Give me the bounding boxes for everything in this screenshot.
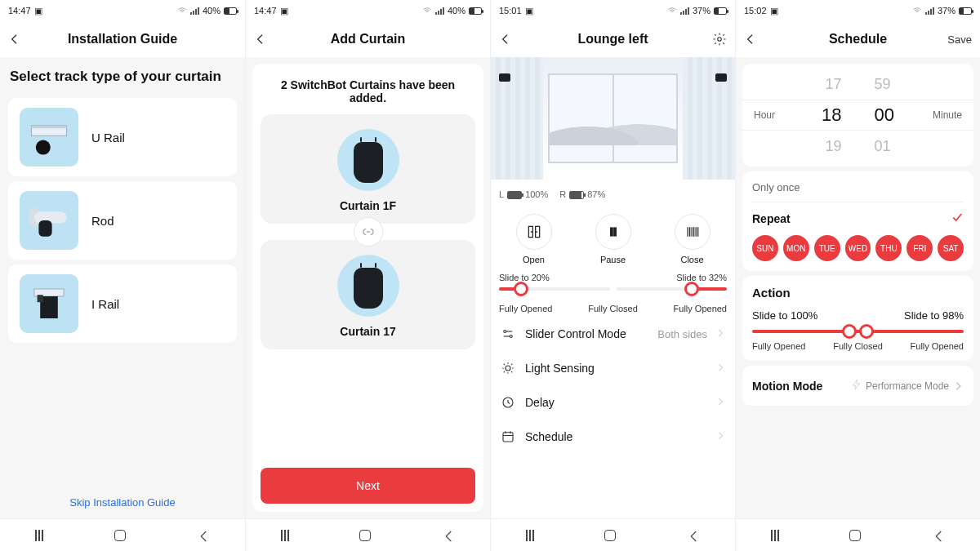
- chevron-right-icon: [952, 380, 964, 392]
- system-nav: [246, 518, 490, 551]
- nav-recents[interactable]: [281, 530, 289, 541]
- slider-left[interactable]: [499, 287, 610, 291]
- hour-prev[interactable]: 17: [825, 76, 841, 93]
- repeat-option[interactable]: Repeat: [752, 212, 791, 225]
- next-button[interactable]: Next: [261, 468, 475, 504]
- open-button[interactable]: Open: [516, 214, 552, 264]
- slider-right[interactable]: [617, 287, 728, 291]
- battery-icon: [469, 7, 482, 15]
- menu-label: Schedule: [525, 430, 707, 443]
- motion-value: Performance Mode: [866, 380, 949, 392]
- back-button[interactable]: [8, 21, 21, 57]
- status-bar: 14:47 ▣ 40%: [246, 0, 490, 21]
- action-left-label: Slide to 100%: [752, 309, 817, 322]
- close-button[interactable]: Close: [675, 214, 710, 264]
- day-thu[interactable]: THU: [875, 235, 902, 261]
- settings-button[interactable]: [712, 21, 727, 57]
- svg-point-2: [36, 140, 51, 155]
- skip-link[interactable]: Skip Installation Guide: [0, 496, 245, 509]
- day-sat[interactable]: SAT: [938, 235, 964, 261]
- device-image: [337, 255, 399, 317]
- nav-recents[interactable]: [526, 530, 534, 541]
- svg-rect-12: [610, 228, 612, 236]
- pause-button[interactable]: Pause: [595, 214, 631, 264]
- day-wed[interactable]: WED: [845, 235, 871, 261]
- device-card[interactable]: Curtain 17: [261, 240, 475, 349]
- chevron-right-icon: [715, 361, 725, 375]
- added-message: 2 SwitchBot Curtains have been added.: [261, 72, 475, 114]
- track-label: Rod: [91, 214, 114, 228]
- day-mon[interactable]: MON: [783, 235, 809, 261]
- menu-slider-mode[interactable]: Slider Control Mode Both sides: [491, 317, 735, 351]
- cap-fully-opened: Fully Opened: [499, 304, 552, 313]
- back-button[interactable]: [254, 21, 267, 57]
- cap-fully-closed: Fully Closed: [588, 304, 638, 313]
- minute-selected[interactable]: 00: [875, 104, 894, 126]
- nav-home[interactable]: [359, 530, 371, 541]
- system-nav: [0, 518, 245, 551]
- nav-recents[interactable]: [35, 530, 43, 541]
- light-icon: [501, 361, 517, 375]
- nav-back[interactable]: [442, 529, 455, 542]
- check-icon: [951, 211, 964, 227]
- minute-label: Minute: [933, 109, 962, 121]
- section-heading: Select track type of your curtain: [0, 57, 245, 93]
- status-battery-pct: 40%: [448, 6, 466, 16]
- save-button[interactable]: Save: [947, 33, 972, 46]
- batt-l-label: L: [499, 189, 504, 199]
- calendar-icon: [501, 429, 517, 444]
- nav-back[interactable]: [687, 529, 700, 542]
- hour-next[interactable]: 19: [825, 138, 841, 155]
- day-tue[interactable]: TUE: [814, 235, 840, 261]
- day-fri[interactable]: FRI: [906, 235, 933, 261]
- nav-home[interactable]: [114, 530, 126, 541]
- menu-schedule[interactable]: Schedule: [491, 420, 735, 454]
- device-card[interactable]: Curtain 1F: [261, 114, 475, 224]
- menu-label: Slider Control Mode: [525, 327, 649, 340]
- track-label: I Rail: [91, 297, 119, 311]
- wifi-icon: [667, 6, 677, 16]
- minute-next[interactable]: 01: [875, 138, 891, 155]
- track-option-urail[interactable]: U Rail: [8, 98, 237, 176]
- menu-label: Delay: [525, 396, 707, 409]
- wifi-icon: [177, 6, 187, 16]
- batt-l-pct: 100%: [525, 189, 548, 199]
- motion-mode-row[interactable]: Motion Mode Performance Mode: [752, 375, 964, 396]
- app-bar: Schedule Save: [736, 21, 980, 57]
- svg-rect-13: [613, 228, 616, 236]
- only-once-option[interactable]: Only once: [752, 181, 964, 202]
- nav-home[interactable]: [604, 530, 616, 541]
- cap-m: Fully Closed: [833, 341, 883, 351]
- status-battery-pct: 37%: [693, 6, 710, 16]
- nav-recents[interactable]: [771, 530, 779, 541]
- back-button[interactable]: [744, 21, 757, 57]
- page-title: Add Curtain: [331, 32, 406, 47]
- page-title: Installation Guide: [68, 32, 177, 47]
- menu-light-sensing[interactable]: Light Sensing: [491, 351, 735, 385]
- nav-home[interactable]: [849, 530, 861, 541]
- nav-back[interactable]: [197, 529, 210, 542]
- track-option-rod[interactable]: Rod: [8, 181, 237, 260]
- status-time: 14:47: [8, 6, 31, 16]
- batt-r-label: R: [559, 189, 566, 199]
- track-option-irail[interactable]: I Rail: [8, 264, 237, 343]
- minute-prev[interactable]: 59: [875, 76, 891, 93]
- urail-icon: [20, 108, 78, 167]
- status-time: 15:01: [499, 6, 522, 16]
- action-slider[interactable]: [752, 330, 964, 333]
- link-icon[interactable]: [354, 217, 383, 247]
- back-button[interactable]: [499, 21, 512, 57]
- time-picker[interactable]: 1759 Hour 18 00 Minute 1901: [742, 64, 973, 167]
- svg-point-14: [504, 331, 506, 333]
- wifi-icon: [912, 6, 922, 16]
- nav-back[interactable]: [932, 529, 945, 542]
- slider-left-label: Slide to 20%: [499, 273, 550, 282]
- app-bar: Installation Guide: [0, 21, 245, 57]
- svg-point-16: [506, 366, 510, 371]
- menu-delay[interactable]: Delay: [491, 385, 735, 420]
- hour-selected[interactable]: 18: [822, 104, 841, 126]
- camera-icon: ▣: [280, 6, 288, 16]
- day-sun[interactable]: SUN: [752, 235, 778, 261]
- page-title: Schedule: [829, 32, 887, 47]
- battery-icon: [959, 7, 972, 15]
